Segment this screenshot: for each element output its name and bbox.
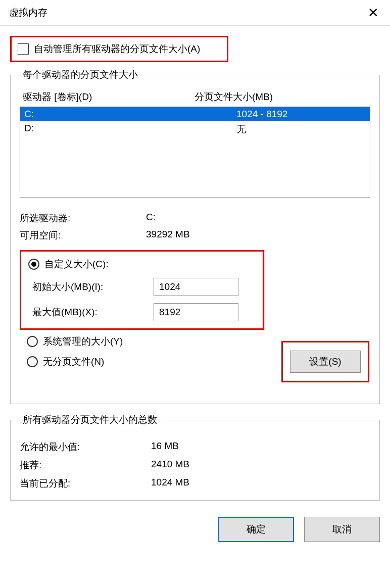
- per-drive-fieldset: 每个驱动器的分页文件大小 驱动器 [卷标](D) 分页文件大小(MB) C: 1…: [10, 68, 380, 404]
- totals-min-label: 允许的最小值:: [20, 440, 151, 454]
- selected-drive-value: C:: [146, 212, 156, 225]
- close-icon[interactable]: ✕: [364, 5, 383, 20]
- totals-min-row: 允许的最小值: 16 MB: [20, 440, 370, 454]
- dialog-content: 自动管理所有驱动器的分页文件大小(A) 每个驱动器的分页文件大小 驱动器 [卷标…: [0, 26, 390, 517]
- drive-list-headers: 驱动器 [卷标](D) 分页文件大小(MB): [20, 90, 370, 107]
- system-managed-radio-label: 系统管理的大小(Y): [43, 335, 123, 348]
- totals-fieldset: 所有驱动器分页文件大小的总数 允许的最小值: 16 MB 推荐: 2410 MB…: [10, 413, 380, 501]
- free-space-value: 39292 MB: [146, 229, 190, 242]
- selected-drive-label: 所选驱动器:: [20, 212, 146, 225]
- totals-current-value: 1024 MB: [151, 477, 189, 490]
- free-space-label: 可用空间:: [20, 229, 146, 242]
- initial-size-input[interactable]: [154, 278, 238, 296]
- window-title: 虚拟内存: [9, 6, 47, 19]
- auto-manage-label: 自动管理所有驱动器的分页文件大小(A): [34, 42, 200, 56]
- drive-name: D:: [24, 123, 236, 136]
- drive-header-size: 分页文件大小(MB): [194, 90, 273, 104]
- per-drive-legend: 每个驱动器的分页文件大小: [20, 68, 141, 81]
- totals-recommended-value: 2410 MB: [151, 459, 189, 472]
- drive-row-d[interactable]: D: 无: [20, 121, 370, 137]
- initial-size-row: 初始大小(MB)(I):: [28, 278, 256, 296]
- set-button[interactable]: 设置(S): [290, 351, 361, 373]
- set-button-highlight: 设置(S): [281, 341, 369, 382]
- max-size-label: 最大值(MB)(X):: [32, 306, 154, 319]
- selected-drive-section: 所选驱动器: C: 可用空间: 39292 MB: [20, 212, 370, 242]
- drive-size: 无: [236, 123, 246, 136]
- totals-min-value: 16 MB: [151, 440, 179, 454]
- drive-size: 1024 - 8192: [236, 109, 287, 120]
- auto-manage-checkbox-row[interactable]: 自动管理所有驱动器的分页文件大小(A): [10, 36, 228, 62]
- drive-list[interactable]: C: 1024 - 8192 D: 无: [20, 107, 370, 198]
- cancel-button[interactable]: 取消: [304, 517, 380, 542]
- custom-size-radio[interactable]: [28, 259, 39, 270]
- totals-legend: 所有驱动器分页文件大小的总数: [20, 413, 160, 426]
- auto-manage-checkbox[interactable]: [18, 43, 29, 55]
- dialog-buttons: 确定 取消: [0, 517, 390, 542]
- totals-recommended-row: 推荐: 2410 MB: [20, 459, 370, 472]
- max-size-row: 最大值(MB)(X):: [28, 303, 256, 321]
- initial-size-label: 初始大小(MB)(I):: [32, 280, 154, 293]
- custom-size-radio-label: 自定义大小(C):: [44, 258, 109, 271]
- ok-button[interactable]: 确定: [218, 517, 294, 542]
- free-space-row: 可用空间: 39292 MB: [20, 229, 370, 242]
- titlebar: 虚拟内存 ✕: [0, 0, 390, 26]
- no-paging-radio-label: 无分页文件(N): [43, 355, 104, 368]
- totals-current-row: 当前已分配: 1024 MB: [20, 477, 370, 490]
- drive-header-name: 驱动器 [卷标](D): [23, 90, 194, 104]
- selected-drive-row: 所选驱动器: C:: [20, 212, 370, 225]
- drive-name: C:: [24, 109, 236, 120]
- custom-size-highlight: 自定义大小(C): 初始大小(MB)(I): 最大值(MB)(X):: [20, 250, 264, 330]
- no-paging-radio[interactable]: [27, 356, 38, 367]
- totals-current-label: 当前已分配:: [20, 477, 151, 490]
- totals-recommended-label: 推荐:: [20, 459, 151, 472]
- system-managed-radio[interactable]: [27, 336, 38, 347]
- custom-size-radio-row[interactable]: 自定义大小(C):: [28, 258, 256, 271]
- max-size-input[interactable]: [154, 303, 238, 321]
- drive-row-c[interactable]: C: 1024 - 8192: [20, 107, 370, 121]
